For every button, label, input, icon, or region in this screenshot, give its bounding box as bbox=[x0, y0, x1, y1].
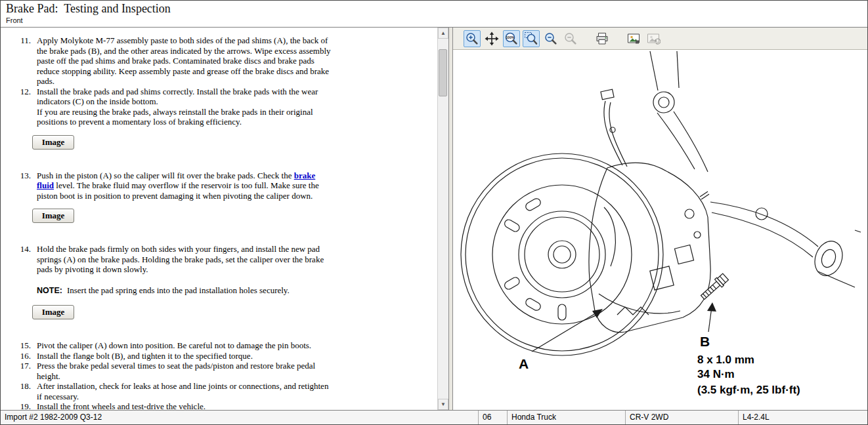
page-subtitle: Front bbox=[6, 16, 867, 24]
instructions-panel: 11. Apply Molykote M-77 assembly paste t… bbox=[1, 28, 448, 410]
step-15: 15. Pivot the caliper (A) down into posi… bbox=[14, 340, 435, 351]
status-make: Honda Truck bbox=[508, 411, 626, 424]
step-number: 11. bbox=[14, 35, 31, 87]
step-17: 17. Press the brake pedal several times … bbox=[14, 361, 435, 381]
step-text-segment: Push in the piston (A) so the caliper wi… bbox=[37, 171, 294, 180]
diagram-label-b: B bbox=[700, 334, 710, 349]
scroll-up-button[interactable]: ▲ bbox=[438, 28, 448, 39]
torque-spec-nm: 34 N·m bbox=[697, 368, 735, 380]
header: Brake Pad: Testing and Inspection Front bbox=[1, 1, 867, 28]
step-text: Install the brake pads and pad shims cor… bbox=[37, 87, 334, 127]
step-number: 13. bbox=[14, 171, 31, 201]
step-number: 18. bbox=[14, 381, 31, 401]
zoom-out-secondary-icon bbox=[563, 31, 578, 46]
step-text: Push in the piston (A) so the caliper wi… bbox=[37, 171, 334, 201]
step-text-paragraph: If you are reusing the brake pads, alway… bbox=[37, 107, 334, 127]
image-button[interactable]: Image bbox=[32, 209, 74, 223]
diagram-view[interactable]: A B 8 x 1.0 mm 34 N·m (3.5 kgf·m, 25 lbf… bbox=[453, 50, 867, 410]
image-tool-icon bbox=[626, 31, 641, 46]
step-number: 12. bbox=[14, 87, 31, 127]
step-text: Hold the brake pads firmly on both sides… bbox=[37, 244, 334, 296]
step-text: Install the flange bolt (B), and tighten… bbox=[37, 351, 334, 361]
status-model: CR-V 2WD bbox=[626, 411, 739, 424]
zoom-out-icon bbox=[544, 31, 558, 46]
step-text-paragraph: Hold the brake pads firmly on both sides… bbox=[37, 244, 334, 275]
note-label: NOTE: bbox=[37, 286, 62, 295]
step-text: Press the brake pedal several times to s… bbox=[37, 361, 334, 381]
zoom-in-button[interactable] bbox=[464, 30, 481, 47]
status-engine: L4-2.4L bbox=[739, 411, 867, 424]
page-title: Brake Pad: Testing and Inspection bbox=[6, 2, 867, 16]
image-tool-button[interactable] bbox=[625, 30, 642, 47]
status-import-info: Import #2 1982-2009 Q3-12 bbox=[1, 411, 479, 424]
zoom-100-button[interactable]: 100% bbox=[503, 30, 520, 47]
image-button[interactable]: Image bbox=[32, 135, 74, 150]
step-18: 18. After installation, check for leaks … bbox=[14, 381, 435, 401]
note: NOTE:Insert the pad spring ends into the… bbox=[37, 285, 334, 296]
zoom-select-icon bbox=[524, 31, 538, 46]
svg-text:100%: 100% bbox=[506, 35, 515, 39]
image-refresh-button bbox=[645, 30, 662, 47]
pan-button[interactable] bbox=[483, 30, 500, 47]
brake-assembly-illustration: A B 8 x 1.0 mm 34 N·m (3.5 kgf·m, 25 lbf… bbox=[453, 50, 867, 409]
instructions-scroll-area[interactable]: 11. Apply Molykote M-77 assembly paste t… bbox=[1, 28, 437, 410]
note-text: Insert the pad spring ends into the pad … bbox=[67, 285, 290, 295]
diagram-panel: 100% bbox=[453, 28, 867, 410]
torque-spec-size: 8 x 1.0 mm bbox=[697, 354, 754, 366]
step-number: 14. bbox=[14, 244, 31, 296]
step-text: Pivot the caliper (A) down into position… bbox=[37, 340, 334, 351]
zoom-out-button[interactable] bbox=[542, 30, 559, 47]
step-number: 16. bbox=[14, 351, 31, 361]
step-12: 12. Install the brake pads and pad shims… bbox=[14, 87, 435, 127]
step-number: 19. bbox=[14, 401, 31, 410]
step-number: 15. bbox=[14, 340, 31, 351]
status-bar: Import #2 1982-2009 Q3-12 06 Honda Truck… bbox=[1, 410, 867, 424]
print-icon bbox=[595, 31, 609, 46]
step-16: 16. Install the flange bolt (B), and tig… bbox=[14, 351, 435, 361]
scrollbar-track[interactable] bbox=[438, 39, 448, 399]
step-text-paragraph: Install the brake pads and pad shims cor… bbox=[37, 87, 334, 107]
pan-icon bbox=[485, 31, 499, 46]
torque-spec-alt: (3.5 kgf·m, 25 lbf·ft) bbox=[697, 384, 800, 396]
step-text: Apply Molykote M-77 assembly paste to bo… bbox=[37, 35, 334, 87]
diagram-label-a: A bbox=[519, 356, 529, 371]
step-11: 11. Apply Molykote M-77 assembly paste t… bbox=[14, 35, 435, 87]
panel-divider bbox=[448, 28, 453, 410]
step-19: 19. Install the front wheels and test-dr… bbox=[14, 401, 435, 410]
zoom-100-icon: 100% bbox=[504, 31, 519, 46]
step-13: 13. Push in the piston (A) so the calipe… bbox=[14, 171, 435, 201]
scrollbar-thumb[interactable] bbox=[439, 49, 447, 96]
print-button[interactable] bbox=[594, 30, 611, 47]
status-year: 06 bbox=[479, 411, 508, 424]
step-text-segment: level. The brake fluid may overflow if t… bbox=[37, 180, 319, 201]
zoom-in-icon bbox=[465, 31, 479, 46]
scroll-down-button[interactable]: ▼ bbox=[438, 399, 448, 410]
vertical-scrollbar[interactable]: ▲ ▼ bbox=[437, 28, 448, 410]
diagram-toolbar: 100% bbox=[453, 28, 867, 50]
step-number: 17. bbox=[14, 361, 31, 381]
step-text: Install the front wheels and test-drive … bbox=[37, 401, 334, 410]
image-refresh-icon bbox=[646, 31, 661, 46]
scroll-down-icon: ▼ bbox=[441, 401, 446, 407]
image-button[interactable]: Image bbox=[32, 305, 74, 319]
step-14: 14. Hold the brake pads firmly on both s… bbox=[14, 244, 435, 296]
zoom-select-button[interactable] bbox=[523, 30, 540, 47]
app-window: Brake Pad: Testing and Inspection Front … bbox=[0, 0, 868, 425]
scroll-up-icon: ▲ bbox=[441, 30, 446, 36]
zoom-out-secondary-button bbox=[562, 30, 579, 47]
step-text: After installation, check for leaks at h… bbox=[37, 381, 334, 401]
